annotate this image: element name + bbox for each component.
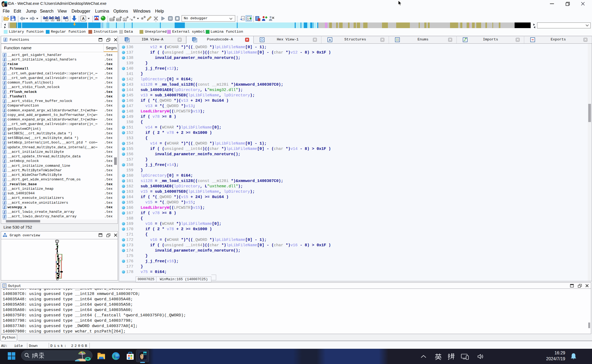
svg-text:T: T [52,19,53,21]
svg-text:c: c [243,17,244,20]
svg-text:CODE: CODE [110,18,115,21]
svg-text:‘s: ‘s [130,18,133,21]
svg-text:#: # [46,19,47,21]
svg-text:101: 101 [57,19,60,21]
svg-text:c: c [248,17,249,20]
svg-text:A: A [124,18,126,21]
svg-text:DATA: DATA [116,18,121,21]
svg-text:A: A [329,38,331,41]
